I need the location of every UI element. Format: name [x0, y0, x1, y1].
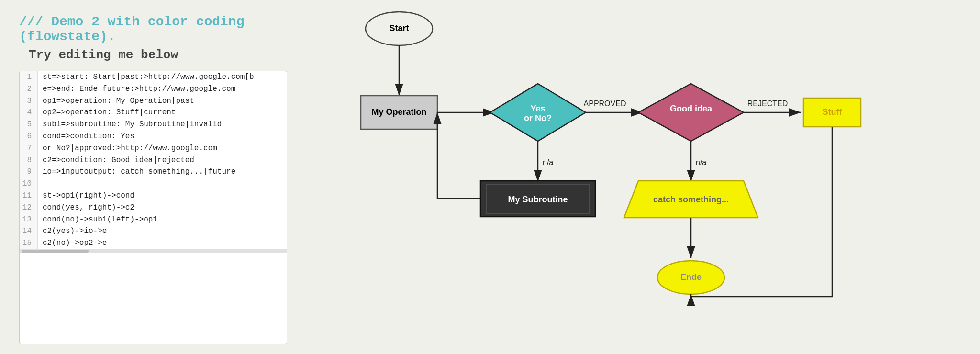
line-number: 15 [20, 237, 38, 249]
code-line: 9io=>inputoutput: catch something...|fut… [20, 166, 287, 178]
line-content[interactable]: cond=>condition: Yes [38, 131, 134, 143]
code-line: 7or No?|approved:>http://www.google.com [20, 143, 287, 155]
operation-label: My Operation [371, 107, 426, 117]
demo-title: /// Demo 2 with color coding (flowstate)… [19, 14, 287, 44]
line-content[interactable]: e=>end: Ende|future:>http://www.google.c… [38, 83, 235, 95]
condition2-label1: Good idea [670, 104, 713, 113]
code-line: 5sub1=>subroutine: My Subroutine|invalid [20, 119, 287, 131]
line-number: 5 [20, 119, 38, 131]
code-line: 2e=>end: Ende|future:>http://www.google.… [20, 83, 287, 95]
condition1-label1: Yes [530, 104, 545, 113]
code-line: 4op2=>operation: Stuff|current [20, 107, 287, 119]
code-line: 6cond=>condition: Yes [20, 131, 287, 143]
line-number: 2 [20, 83, 38, 95]
left-panel: /// Demo 2 with color coding (flowstate)… [0, 0, 297, 354]
right-panel: Start My Operation Yes or No? APPROVED G… [297, 0, 980, 354]
end-label: Ende [680, 272, 702, 282]
line-content[interactable]: c2(no)->op2->e [38, 237, 107, 249]
line-number: 12 [20, 202, 38, 214]
scrollbar-area [20, 249, 287, 253]
start-node-label: Start [389, 23, 409, 33]
rejected-label: REJECTED [747, 100, 788, 108]
line-number: 8 [20, 155, 38, 166]
line-content[interactable]: c2(yes)->io->e [38, 225, 107, 237]
scrollbar-thumb [22, 250, 89, 253]
code-lines: 1st=>start: Start|past:>http://www.googl… [20, 71, 287, 249]
line-content[interactable]: op2=>operation: Stuff|current [38, 107, 176, 119]
line-number: 7 [20, 143, 38, 155]
na2-label: n/a [696, 158, 706, 166]
code-editor[interactable]: 1st=>start: Start|past:>http://www.googl… [19, 71, 287, 344]
code-line: 12cond(yes, right)->c2 [20, 202, 287, 214]
line-content[interactable]: c2=>condition: Good idea|rejected [38, 155, 194, 166]
flowchart-svg: Start My Operation Yes or No? APPROVED G… [297, 0, 980, 354]
line-content[interactable]: cond(no)->sub1(left)->op1 [38, 214, 157, 226]
code-line: 15c2(no)->op2->e [20, 237, 287, 249]
code-line: 3op1=>operation: My Operation|past [20, 95, 287, 107]
code-line: 13cond(no)->sub1(left)->op1 [20, 214, 287, 226]
code-line: 10 [20, 178, 287, 190]
line-number: 14 [20, 225, 38, 237]
line-content[interactable]: st=>start: Start|past:>http://www.google… [38, 71, 254, 83]
line-content[interactable] [38, 178, 43, 190]
line-number: 9 [20, 166, 38, 178]
line-content[interactable]: or No?|approved:>http://www.google.com [38, 143, 217, 155]
line-number: 6 [20, 131, 38, 143]
line-content[interactable]: io=>inputoutput: catch something...|futu… [38, 166, 235, 178]
code-line: 1st=>start: Start|past:>http://www.googl… [20, 71, 287, 83]
stuff-label: Stuff [823, 107, 843, 117]
line-number: 10 [20, 178, 38, 190]
line-number: 4 [20, 107, 38, 119]
subroutine-label: My Subroutine [508, 195, 568, 204]
io-label: catch something... [653, 195, 729, 204]
line-number: 3 [20, 95, 38, 107]
na1-label: n/a [543, 158, 553, 166]
line-content[interactable]: sub1=>subroutine: My Subroutine|invalid [38, 119, 222, 131]
line-number: 11 [20, 190, 38, 202]
demo-subtitle: Try editing me below [19, 48, 287, 62]
line-content[interactable]: st->op1(right)->cond [38, 190, 134, 202]
line-content[interactable]: cond(yes, right)->c2 [38, 202, 134, 214]
line-number: 1 [20, 71, 38, 83]
code-line: 14c2(yes)->io->e [20, 225, 287, 237]
code-line: 11st->op1(right)->cond [20, 190, 287, 202]
line-content[interactable]: op1=>operation: My Operation|past [38, 95, 194, 107]
code-line: 8c2=>condition: Good idea|rejected [20, 155, 287, 166]
line-number: 13 [20, 214, 38, 226]
condition1-label2: or No? [524, 113, 552, 123]
approved-label: APPROVED [584, 100, 626, 108]
